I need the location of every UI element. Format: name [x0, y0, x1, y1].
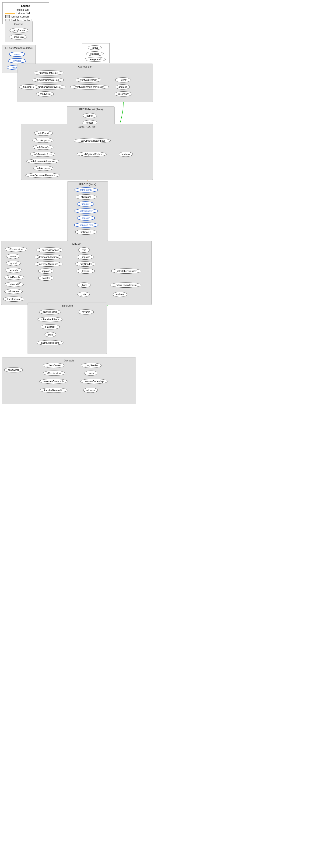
node-msgSender-ownable: _msgSender: [81, 363, 101, 368]
node-decimals-erc20: decimals: [5, 268, 22, 273]
node-msgSender-erc20: _msgSender: [75, 261, 95, 267]
internal-call-label: Internal Call: [16, 9, 29, 11]
node-staticcall: staticcall: [86, 52, 104, 56]
node-mint-erc20: _mint: [77, 292, 90, 297]
node-address-ownable: address: [83, 388, 98, 393]
defined-contract-rect: [5, 15, 9, 18]
node-symbol-meta: symbol: [8, 58, 26, 63]
internal-call-line: [5, 10, 15, 10]
external-call-label: External Call: [16, 12, 30, 14]
legend-internal-call: Internal Call: [5, 9, 46, 11]
main-canvas: Legend Internal Call External Call Defin…: [0, 0, 333, 868]
node-transfer-ierc20: transfer: [77, 202, 94, 207]
node-claimStuckTokens: claimStuckTokens: [37, 340, 64, 345]
target-box: target staticcall delegatecall: [82, 43, 110, 63]
node-approve-erc20-inner: _approve: [77, 254, 94, 259]
node-address-erc20: address: [113, 292, 127, 297]
safereum-group: Safereum <Constructor> <Receive Ether> <…: [28, 303, 107, 354]
node-transferOwnership2: transferOwnership: [80, 379, 108, 384]
node-allowance-ierc20: allowance: [76, 194, 97, 199]
node-decreaseAllowance: decreaseAllowance: [35, 254, 63, 259]
node-safeTransfer-ierc20: safeTransfer: [74, 209, 98, 214]
node-isContract: isContract: [114, 91, 132, 96]
node-msgData-ctx: _msgData: [9, 34, 27, 39]
context-group: Context _msgSender _msgData: [5, 21, 33, 42]
safereum-label: Safereum: [62, 304, 73, 307]
safeerc20-label: SafeERC20 (lib): [78, 125, 96, 128]
defined-contract-label: Defined Contract: [11, 16, 29, 18]
node-transferOwnership-ownbl: transferOwnership: [40, 388, 67, 393]
node-totalSupply-erc20: totalSupply: [4, 275, 24, 280]
node-approve-erc20: approve: [38, 269, 54, 274]
address-lib-group: Address (lib) functionStaticCall functio…: [18, 64, 153, 102]
node-transferFrom-ierc20: transferFrom: [74, 222, 98, 227]
node-approve-ierc20: approve: [77, 215, 95, 221]
node-address-addrlib: address: [116, 84, 130, 90]
node-msgSender-ctx: _msgSender: [9, 28, 28, 33]
node-callOptReturn: _callOptionalReturn: [77, 152, 107, 157]
node-funcStaticCall: functionStaticCall: [34, 70, 64, 75]
node-sendValue: sendValue: [36, 91, 54, 96]
node-permit: permit: [83, 113, 97, 118]
node-allowance-erc20: allowance: [4, 289, 23, 294]
ownable-label: Ownable: [64, 359, 74, 362]
node-checkOwner: _checkOwner: [43, 363, 64, 368]
legend-defined-contract: Defined Contract: [5, 15, 46, 18]
ierc20permit-label: IERC20Permit (iface): [79, 108, 103, 111]
node-onlyOwner: onlyOwner: [4, 367, 23, 372]
node-safeTransferFrom: safeTransferFrom: [30, 152, 55, 157]
node-revert: _revert: [115, 78, 130, 83]
ownable-group: Ownable _checkOwner <Constructor> renoun…: [2, 358, 136, 404]
node-balanceOf-ierc20: balanceOf: [75, 229, 97, 235]
node-funcDelegateCall: functionDelegateCall: [32, 78, 64, 83]
node-name-erc20: name: [6, 254, 20, 259]
node-safeIncreaseAllowance: safeIncreaseAllowance: [26, 159, 59, 164]
external-call-line: [5, 13, 15, 13]
node-payable-safereum: payable: [78, 309, 94, 314]
node-fallback-safereum: <Fallback>: [41, 324, 60, 330]
node-safeTransfer: safeTransfer: [33, 145, 54, 150]
node-constructor-ownable: <Constructor>: [43, 371, 65, 376]
node-symbol-erc20: symbol: [6, 261, 21, 266]
node-safePermit: safePermit: [34, 131, 53, 136]
node-balanceOf-erc20: balanceOf: [5, 282, 24, 287]
node-constructor-safereum: <Constructor>: [39, 309, 61, 314]
node-burn-erc20: _burn: [77, 282, 91, 288]
node-verifyCallResult: verifyCallResult: [76, 78, 101, 83]
node-callOptReturnBool: _callOptionalReturnBool: [74, 138, 111, 143]
legend-title: Legend: [5, 4, 46, 7]
node-afterTokenTransfer: _afterTokenTransfer: [111, 269, 141, 274]
node-delegatecall: delegatecall: [85, 57, 106, 62]
node-renounceOwnership: renounceOwnership: [39, 379, 67, 384]
legend-external-call: External Call: [5, 12, 46, 14]
node-owner-ownable: owner: [85, 371, 97, 376]
safeerc20-group: SafeERC20 (lib) safePermit forceApprove …: [21, 124, 153, 180]
node-forceApprove: forceApprove: [32, 137, 54, 143]
node-beforeTokenTransfer: _beforeTokenTransfer: [110, 282, 141, 288]
node-verifyCallResultFromTarget: verifyCallResultFromTarget: [70, 84, 109, 90]
node-increaseAllowance: increaseAllowance: [35, 261, 63, 267]
node-name-meta: name: [9, 52, 25, 57]
node-constructor-erc20: <Constructor>: [5, 247, 27, 252]
address-lib-label: Address (lib): [78, 65, 92, 68]
node-spendAllowance: _spendAllowance: [36, 247, 63, 253]
node-transferFrom-erc20: transferFrom: [3, 297, 24, 302]
node-address-safeerc20: address: [119, 152, 133, 157]
erc20-label: ERC20: [72, 242, 80, 245]
node-safeApprove: safeApprove: [33, 166, 53, 171]
node-transfer-erc20-inner: _transfer: [76, 269, 95, 274]
node-safeDecreaseAllowance: safeDecreaseAllowance: [26, 173, 60, 178]
context-label: Context: [14, 23, 23, 26]
ierc20meta-label: IERC20Metadata (iface): [5, 46, 33, 49]
node-totalSupply-ierc20: totalSupply: [74, 187, 98, 192]
node-transfer-erc20: transfer: [38, 276, 54, 281]
node-target: target: [88, 45, 102, 50]
erc20-group: ERC20 <Constructor> name symbol decimals…: [1, 241, 152, 305]
ierc20-label: IERC20 (iface): [79, 183, 96, 186]
node-type-erc20: type: [78, 247, 90, 253]
node-receiveEther: <Receive Ether>: [38, 317, 63, 322]
node-funcCallWithValue: functionCallWithValue: [33, 84, 66, 90]
ierc20-group: IERC20 (iface) totalSupply allowance tra…: [67, 181, 108, 241]
node-burn-safereum: burn: [44, 332, 56, 337]
